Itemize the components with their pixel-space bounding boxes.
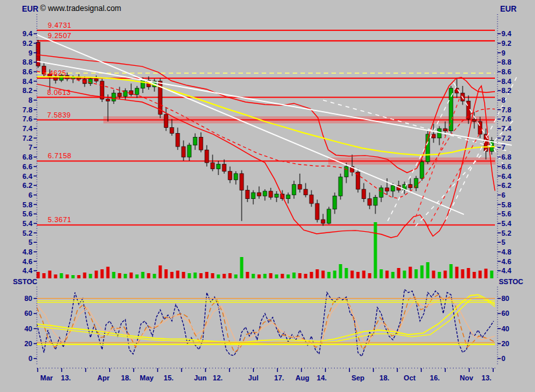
candle-body <box>234 174 238 180</box>
price-tick-label: 5.8 <box>23 201 32 209</box>
x-axis-label: Sep <box>351 374 364 382</box>
volume-bar <box>118 273 121 278</box>
volume-bar <box>316 269 319 278</box>
price-level-label: 9.2507 <box>48 32 72 39</box>
x-axis-label: 13. <box>61 374 70 382</box>
volume-bar <box>112 272 116 278</box>
price-tick-label: 5.8 <box>501 201 511 209</box>
price-tick-label: 8.4 <box>23 77 33 85</box>
candle-body <box>106 99 110 101</box>
price-tick-label: 8.4 <box>501 77 512 85</box>
candle-body <box>298 185 302 189</box>
x-axis-label: 16. <box>430 374 439 382</box>
price-tick-label: 7.2 <box>23 134 32 142</box>
x-axis-label: 15. <box>163 374 173 382</box>
x-axis-label: 14. <box>317 374 326 382</box>
volume-bar <box>188 273 191 278</box>
candle-body <box>211 163 215 169</box>
volume-bar <box>374 222 377 278</box>
volume-bar <box>304 274 308 278</box>
volume-bar <box>43 273 46 278</box>
volume-bar <box>287 274 290 278</box>
price-tick-label: 8.6 <box>23 68 32 76</box>
volume-bar <box>357 272 360 278</box>
candle-body <box>443 129 447 131</box>
volume-bar <box>211 273 215 278</box>
candle-body <box>228 171 232 180</box>
price-tick-label: 9.2 <box>501 39 511 47</box>
price-tick-label: 7.8 <box>23 106 32 114</box>
chart-canvas[interactable]: 9.49.49.29.2998.88.88.68.68.48.48.28.288… <box>0 0 535 392</box>
volume-bar <box>269 273 273 278</box>
candle-body <box>112 93 116 101</box>
price-tick-label: 5.2 <box>23 229 32 237</box>
volume-bar <box>240 257 244 278</box>
volume-bar <box>432 271 435 278</box>
copyright-notice: © www.tradesignal.com <box>40 4 121 13</box>
price-tick-label: 8 <box>28 96 32 104</box>
volume-bar <box>444 271 447 278</box>
price-tick-label: 7 <box>28 143 32 151</box>
price-tick-label: 4.4 <box>23 267 33 274</box>
x-axis-label: Oct <box>404 374 416 382</box>
indicator-tick-label: 60 <box>25 309 32 317</box>
volume-bar <box>333 271 337 278</box>
x-axis-label: Apr <box>98 374 110 382</box>
volume-bar <box>205 272 209 278</box>
x-axis-label: 18. <box>121 374 131 382</box>
volume-bar <box>473 272 476 278</box>
price-tick-label: 6 <box>501 191 505 199</box>
candle-body <box>362 189 366 199</box>
candle-body <box>176 133 180 147</box>
price-tick-label: 7.6 <box>501 115 511 123</box>
price-tick-label: 8.8 <box>501 58 511 66</box>
volume-bar <box>426 262 430 278</box>
candle-body <box>275 194 278 197</box>
volume-bar <box>147 273 151 278</box>
candle-body <box>321 220 325 223</box>
candle-body <box>193 137 197 145</box>
candle-body <box>432 134 435 138</box>
candle-body <box>257 192 261 196</box>
price-tick-label: 8.6 <box>501 68 511 76</box>
price-tick-label: 4.8 <box>23 248 32 256</box>
price-tick-label: 7.8 <box>501 106 511 114</box>
volume-bar <box>322 271 325 278</box>
volume-bar <box>235 274 238 278</box>
price-tick-label: 5.4 <box>23 220 33 227</box>
price-axis-title-right: EUR <box>500 5 516 14</box>
price-tick-label: 4.4 <box>501 267 512 274</box>
volume-bar <box>252 274 255 278</box>
candle-body <box>391 185 395 191</box>
volume-bar <box>421 265 424 278</box>
price-tick-label: 9 <box>28 49 32 57</box>
volume-bar <box>66 274 69 278</box>
x-axis-label: 12. <box>213 374 222 382</box>
price-level-label: 8.0613 <box>47 88 71 96</box>
price-tick-label: 5.6 <box>23 210 32 218</box>
price-tick-label: 5 <box>28 238 32 246</box>
x-axis-label: Aug <box>295 374 309 382</box>
candle-body <box>385 188 389 191</box>
volume-bar <box>48 271 52 278</box>
candle-body <box>339 177 342 196</box>
candle-body <box>484 134 488 151</box>
price-level-label: 5.3671 <box>48 216 72 223</box>
volume-bar <box>89 274 92 278</box>
price-tick-label: 8.2 <box>501 87 511 94</box>
x-axis-label: Jul <box>248 374 258 382</box>
price-tick-label: 4.8 <box>501 248 511 256</box>
candle-body <box>216 164 220 169</box>
volume-bar <box>362 271 366 278</box>
price-level-label: 9.4731 <box>48 21 72 29</box>
price-tick-label: 8.8 <box>23 58 32 66</box>
candle-body <box>420 161 424 178</box>
volume-bar <box>95 271 98 278</box>
volume-bar <box>194 273 197 278</box>
candle-body <box>170 128 174 134</box>
candle-body <box>54 77 58 80</box>
volume-bar <box>490 271 494 278</box>
price-tick-label: 5 <box>501 238 505 246</box>
indicator-tick-label: 80 <box>501 294 509 302</box>
volume-bar <box>275 274 278 278</box>
